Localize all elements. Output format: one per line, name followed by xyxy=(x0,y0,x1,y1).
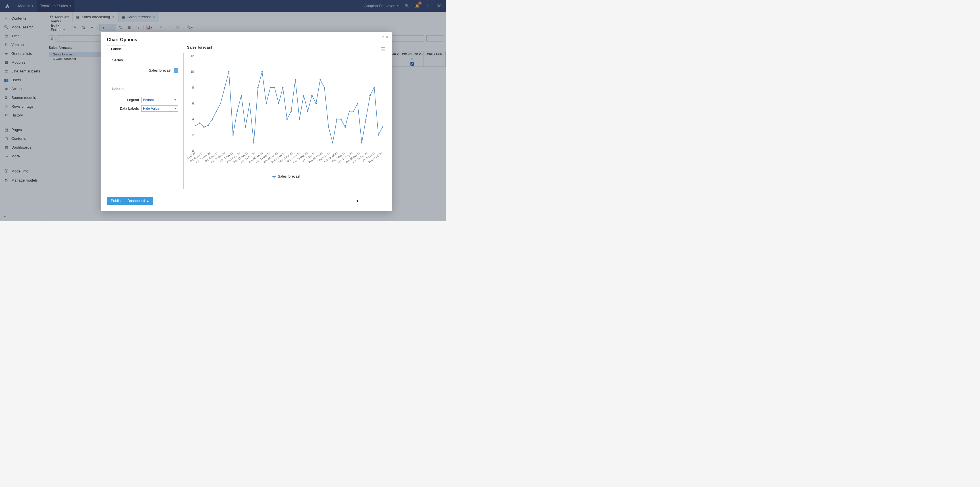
svg-point-41 xyxy=(336,119,337,120)
svg-point-15 xyxy=(228,71,229,72)
svg-point-31 xyxy=(295,79,296,80)
svg-point-43 xyxy=(344,127,345,128)
chevron-right-icon: ▶ xyxy=(147,200,149,203)
svg-point-38 xyxy=(324,87,325,88)
svg-point-18 xyxy=(241,95,242,96)
chart-legend: Sales forecast xyxy=(187,174,385,178)
svg-point-29 xyxy=(286,119,288,120)
svg-point-30 xyxy=(291,111,292,112)
svg-point-39 xyxy=(328,127,329,128)
svg-point-27 xyxy=(278,103,279,104)
svg-point-8 xyxy=(199,122,200,124)
svg-point-32 xyxy=(299,119,300,120)
svg-point-48 xyxy=(365,119,366,120)
svg-text:12: 12 xyxy=(191,54,194,58)
series-name: Sales forecast xyxy=(149,68,172,73)
svg-point-13 xyxy=(220,103,221,104)
svg-point-23 xyxy=(261,71,262,72)
svg-point-45 xyxy=(353,111,354,112)
svg-point-49 xyxy=(369,95,371,96)
svg-point-47 xyxy=(361,142,363,143)
chart-title: Sales forecast xyxy=(187,45,385,49)
svg-point-44 xyxy=(349,111,350,112)
svg-point-24 xyxy=(266,103,267,104)
chart-menu-icon[interactable]: ☰ xyxy=(381,46,385,52)
series-section-header: Series xyxy=(112,58,178,62)
labels-section-header: Labels xyxy=(112,87,178,91)
svg-text:10: 10 xyxy=(191,70,194,73)
svg-point-11 xyxy=(212,119,213,120)
svg-point-21 xyxy=(253,142,255,143)
svg-point-42 xyxy=(340,119,342,120)
data-labels-select[interactable]: Hide Value▼ xyxy=(141,105,178,112)
svg-text:6: 6 xyxy=(192,102,194,105)
svg-text:4: 4 xyxy=(192,117,194,121)
publish-to-dashboard-button[interactable]: Publish to Dashboard▶ xyxy=(107,197,153,205)
svg-point-19 xyxy=(245,127,246,128)
dialog-close-icon[interactable]: ✕ xyxy=(386,35,389,39)
svg-point-20 xyxy=(249,103,250,104)
svg-text:2: 2 xyxy=(192,133,194,136)
data-labels-label: Data Labels xyxy=(116,106,139,111)
svg-point-12 xyxy=(216,111,217,112)
dialog-title: Chart Options xyxy=(100,32,392,45)
svg-point-17 xyxy=(237,111,238,112)
svg-point-40 xyxy=(332,142,333,143)
svg-text:8: 8 xyxy=(192,86,194,89)
svg-point-36 xyxy=(315,103,317,104)
svg-point-34 xyxy=(307,111,309,112)
svg-point-9 xyxy=(203,127,204,128)
svg-point-35 xyxy=(311,95,312,96)
chart-canvas: 024681012W/c 25 Oct 22W/c 8 Nov 22W/c 22… xyxy=(187,49,385,171)
dialog-help-icon[interactable]: ? xyxy=(382,35,384,39)
svg-point-37 xyxy=(320,79,321,80)
svg-point-14 xyxy=(224,87,225,88)
modal-overlay: ? ✕ Chart Options Labels Series Sales fo… xyxy=(0,0,445,221)
svg-point-26 xyxy=(274,87,275,88)
chart-options-dialog: ? ✕ Chart Options Labels Series Sales fo… xyxy=(100,32,392,211)
chevron-down-icon: ▼ xyxy=(174,107,177,110)
svg-point-16 xyxy=(232,135,234,135)
svg-point-33 xyxy=(303,95,304,96)
svg-point-25 xyxy=(270,87,271,88)
svg-point-51 xyxy=(378,135,379,135)
labels-tab[interactable]: Labels xyxy=(107,45,126,53)
legend-label: Legend xyxy=(116,98,139,102)
svg-point-46 xyxy=(357,103,358,104)
series-color-swatch[interactable] xyxy=(173,68,178,73)
svg-point-28 xyxy=(282,87,283,88)
svg-point-50 xyxy=(374,87,375,88)
svg-point-52 xyxy=(382,127,383,128)
svg-point-7 xyxy=(195,125,196,126)
chevron-down-icon: ▼ xyxy=(174,98,177,102)
svg-point-22 xyxy=(257,87,258,88)
svg-point-10 xyxy=(207,125,208,126)
legend-select[interactable]: Bottom▼ xyxy=(141,97,178,103)
